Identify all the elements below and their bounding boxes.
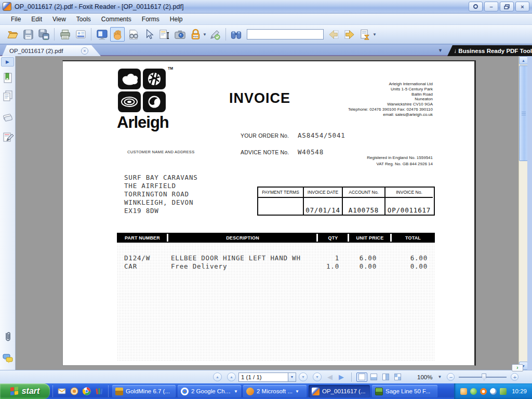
customer-address: SURF BAY CARAVANS THE AIRFIELD TORRINGTO…	[124, 174, 198, 215]
document-tab[interactable]: OP_0011617 (2).pdf ×	[2, 45, 101, 56]
quicklaunch-chrome-icon[interactable]	[82, 387, 91, 396]
first-page-button[interactable]: ▲	[213, 373, 222, 381]
tray-green-orb-icon[interactable]	[470, 388, 477, 395]
business-ready-pdf-button[interactable]: Business Ready PDF Tool	[447, 45, 532, 56]
rms-dropdown-caret[interactable]: ▼	[203, 32, 207, 37]
tab-scroll-caret[interactable]: ▼	[438, 48, 443, 53]
find-previous-button[interactable]	[327, 27, 341, 42]
comments-panel-button[interactable]	[2, 131, 14, 143]
rms-lock-icon: RMS	[190, 29, 202, 41]
advice-note-label: ADVICE NOTE No.	[241, 149, 289, 155]
save-button[interactable]	[21, 27, 35, 42]
open-button[interactable]	[5, 27, 20, 42]
quicklaunch-mail-icon[interactable]	[57, 387, 66, 396]
save-icon	[22, 29, 34, 41]
scrollbar-thumb[interactable]	[519, 65, 528, 161]
item-description: ELLBEE DOOR HINGE LEFT HAND WH	[171, 254, 301, 262]
items-header-description: DESCRIPTION	[168, 233, 317, 243]
tray-green-tool-icon[interactable]	[500, 388, 507, 395]
snapshot-button[interactable]	[172, 27, 187, 42]
page-curl-icon	[455, 48, 456, 53]
menu-edit[interactable]: Edit	[26, 15, 47, 24]
task-sage[interactable]: Sage Line 50 F...	[372, 385, 437, 397]
task-group-caret[interactable]: ▼	[234, 389, 238, 394]
last-page-button[interactable]: ▼	[313, 373, 322, 381]
tab-close-icon[interactable]: ×	[81, 47, 88, 55]
menu-file[interactable]: File	[6, 15, 25, 24]
sign-button[interactable]	[208, 27, 222, 42]
statusbar-divider	[351, 373, 352, 382]
header-divider	[390, 234, 392, 242]
menu-forms[interactable]: Forms	[137, 15, 164, 24]
statusbar-expand-button[interactable]: ›	[512, 364, 523, 371]
minimize-button[interactable]: –	[484, 2, 498, 11]
chrome-icon	[181, 388, 189, 395]
zoom-out-button[interactable]: −	[447, 373, 455, 381]
menu-help[interactable]: Help	[165, 15, 188, 24]
reader-mode-button[interactable]	[126, 27, 140, 42]
pages-panel-button[interactable]	[2, 89, 14, 102]
zoom-dropdown-caret[interactable]: ▼	[437, 375, 442, 379]
vertical-scrollbar[interactable]: ▲ ▼	[518, 56, 527, 370]
attachments-panel-button[interactable]	[2, 330, 14, 343]
items-header-total: TOTAL	[391, 233, 435, 243]
zoom-slider-handle[interactable]	[482, 374, 486, 380]
panel-expand-button[interactable]: ▶	[1, 57, 14, 66]
hand-tool-button[interactable]	[110, 27, 125, 42]
single-page-view-button[interactable]	[356, 373, 367, 382]
tray-magnifier-icon[interactable]	[490, 388, 497, 395]
print-button[interactable]	[58, 27, 72, 42]
tray-clock-icon[interactable]	[460, 388, 467, 395]
scroll-up-button[interactable]: ▲	[519, 56, 528, 64]
task-group-caret[interactable]: ▼	[295, 389, 299, 394]
search-input[interactable]	[247, 29, 324, 39]
maximize-restore-button[interactable]	[500, 2, 514, 11]
help-button[interactable]	[469, 2, 483, 11]
customer-address-line: WINKLEIGH, DEVON	[124, 198, 198, 207]
find-next-button[interactable]	[342, 27, 357, 42]
task-microsoft-group[interactable]: 2 Microsoft ... ▼	[243, 385, 307, 397]
task-chrome-group[interactable]: 2 Google Chr... ▼	[178, 385, 241, 397]
bookmark-icon	[2, 72, 14, 84]
layers-panel-button[interactable]	[2, 110, 14, 123]
rms-protect-button[interactable]: RMS	[188, 27, 203, 42]
previous-view-button[interactable]: ◀	[327, 373, 332, 381]
previous-page-button[interactable]: ▲	[227, 373, 236, 381]
quicklaunch-organizer-icon[interactable]	[70, 387, 79, 396]
close-button[interactable]: ×	[515, 2, 529, 11]
logo-globe-tile	[143, 69, 166, 89]
continuous-facing-icon	[394, 374, 401, 380]
task-foxit-active[interactable]: OP_0011617 (...	[309, 385, 370, 397]
menu-comments[interactable]: Comments	[97, 15, 136, 24]
start-button[interactable]: start	[0, 383, 50, 399]
terms-header: PAYMENT TERMS	[258, 188, 304, 198]
fullscreen-button[interactable]	[95, 27, 109, 42]
zoom-in-button[interactable]: +	[511, 373, 518, 381]
bookmarks-panel-button[interactable]	[2, 72, 14, 84]
quicklaunch-paint-icon[interactable]	[95, 387, 104, 396]
recent-documents-button[interactable]	[358, 27, 373, 42]
toolbar-separator	[54, 28, 55, 41]
company-address-line: Arleigh International Ltd	[348, 82, 433, 87]
next-view-button[interactable]: ▶	[339, 373, 344, 381]
facing-view-button[interactable]	[380, 373, 391, 382]
page-dropdown-button[interactable]: ▼	[288, 373, 296, 382]
email-button[interactable]	[73, 27, 88, 42]
task-goldmine[interactable]: GoldMine 6.7 (...	[112, 385, 176, 397]
menu-tools[interactable]: Tools	[72, 15, 96, 24]
find-button[interactable]	[229, 27, 244, 42]
menu-view[interactable]: View	[48, 15, 71, 24]
header-divider	[316, 234, 318, 242]
continuous-facing-view-button[interactable]	[392, 373, 403, 382]
page-number-input[interactable]	[238, 373, 288, 382]
tray-orange-ring-icon[interactable]	[480, 388, 487, 395]
recent-dropdown-caret[interactable]: ▼	[373, 32, 377, 37]
comments-list-button[interactable]	[2, 352, 14, 365]
next-page-button[interactable]: ▼	[299, 373, 308, 381]
text-select-button[interactable]	[157, 27, 171, 42]
select-tool-button[interactable]	[141, 27, 156, 42]
task-label: Sage Line 50 F...	[385, 388, 430, 394]
save-all-button[interactable]	[36, 27, 51, 42]
zoom-slider[interactable]	[459, 373, 507, 381]
continuous-view-button[interactable]	[368, 373, 379, 382]
